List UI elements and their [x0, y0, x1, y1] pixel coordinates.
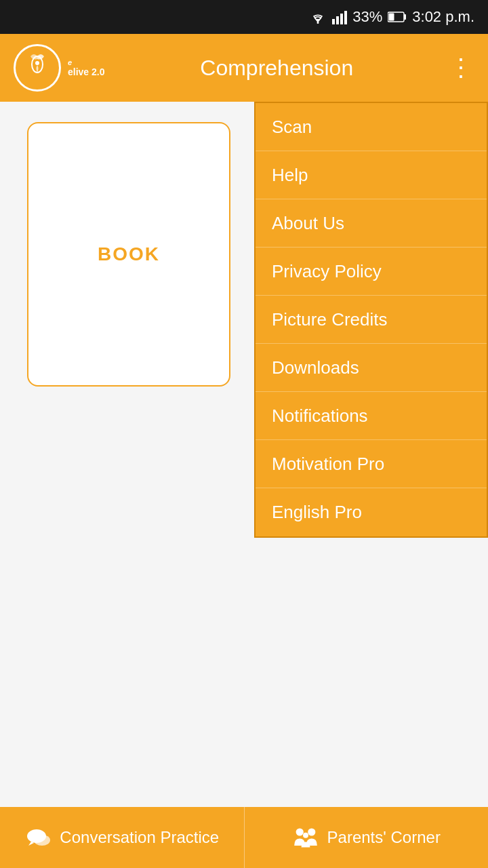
book-label: BOOK: [98, 243, 160, 265]
menu-item-notifications[interactable]: Notifications: [256, 392, 487, 440]
menu-item-motivation-pro[interactable]: Motivation Pro: [256, 440, 487, 488]
svg-rect-2: [336, 16, 339, 24]
svg-point-11: [34, 835, 50, 846]
wifi-icon: [309, 9, 327, 24]
menu-item-picture-credits[interactable]: Picture Credits: [256, 296, 487, 344]
menu-item-help[interactable]: Help: [256, 151, 487, 199]
menu-item-label-notifications: Notifications: [272, 406, 368, 427]
signal-icon: [332, 9, 347, 24]
parents-corner-button[interactable]: Parents' Corner: [245, 807, 489, 868]
svg-point-0: [317, 22, 319, 24]
parents-icon: [292, 824, 319, 851]
menu-item-about-us[interactable]: About Us: [256, 199, 487, 248]
menu-item-label-picture-credits: Picture Credits: [272, 309, 388, 330]
app-bar: e elive 2.0 Comprehension ⋮: [0, 34, 488, 102]
parents-corner-label: Parents' Corner: [327, 828, 441, 847]
svg-rect-6: [404, 14, 406, 20]
svg-point-13: [308, 828, 315, 835]
conversation-practice-button[interactable]: Conversation Practice: [0, 807, 245, 868]
svg-rect-3: [340, 14, 343, 24]
status-bar: 33% 3:02 p.m.: [0, 0, 488, 34]
menu-item-label-motivation-pro: Motivation Pro: [272, 454, 384, 475]
app-bar-title: Comprehension: [105, 56, 449, 81]
logo-svg: [20, 51, 54, 85]
logo-text: e elive 2.0: [68, 58, 105, 77]
svg-point-9: [35, 61, 39, 65]
menu-item-label-downloads: Downloads: [272, 357, 359, 378]
menu-item-downloads[interactable]: Downloads: [256, 344, 487, 392]
svg-point-12: [296, 828, 303, 835]
dropdown-menu: ScanHelpAbout UsPrivacy PolicyPicture Cr…: [254, 102, 488, 538]
svg-rect-4: [344, 11, 347, 24]
chat-icon: [24, 824, 52, 851]
conversation-practice-label: Conversation Practice: [60, 828, 219, 847]
menu-item-label-about-us: About Us: [272, 213, 344, 234]
time-text: 3:02 p.m.: [412, 8, 474, 26]
svg-point-14: [303, 833, 308, 838]
svg-rect-1: [332, 19, 335, 24]
menu-item-label-scan: Scan: [272, 117, 312, 138]
app-logo: e elive 2.0: [14, 44, 105, 92]
svg-rect-7: [389, 14, 394, 21]
more-options-button[interactable]: ⋮: [449, 56, 474, 80]
logo-circle: [14, 44, 61, 92]
menu-item-privacy-policy[interactable]: Privacy Policy: [256, 248, 487, 296]
menu-item-label-privacy-policy: Privacy Policy: [272, 261, 382, 282]
status-icons: 33% 3:02 p.m.: [309, 8, 474, 26]
battery-icon: [388, 11, 407, 23]
menu-item-english-pro[interactable]: English Pro: [256, 488, 487, 536]
book-card: BOOK: [27, 122, 230, 387]
battery-text: 33%: [352, 8, 382, 26]
menu-item-label-help: Help: [272, 165, 308, 186]
menu-item-label-english-pro: English Pro: [272, 502, 362, 523]
menu-item-scan[interactable]: Scan: [256, 103, 487, 151]
main-content: BOOK ScanHelpAbout UsPrivacy PolicyPictu…: [0, 102, 488, 807]
bottom-bar: Conversation Practice Parents' Corner: [0, 807, 488, 868]
